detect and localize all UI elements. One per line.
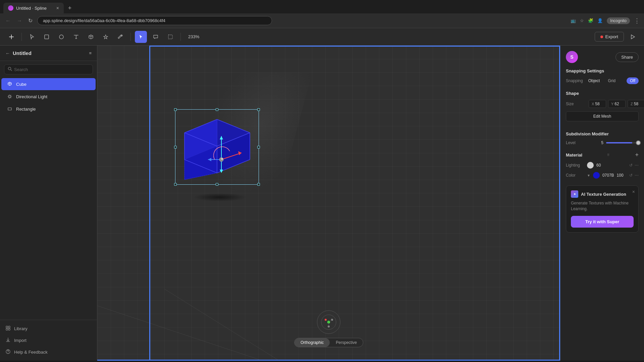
zoom-display[interactable]: 233% — [185, 33, 203, 41]
svg-point-37 — [221, 158, 223, 160]
snap-object-btn[interactable]: Object — [586, 77, 603, 84]
avatar[interactable]: S — [566, 51, 578, 63]
svg-rect-0 — [45, 35, 49, 39]
material-title-row: Material ⠿ + — [566, 152, 639, 158]
subdivision-title: Subdivision Modifier — [566, 131, 609, 136]
subdivision-slider-fill — [606, 142, 632, 143]
import-btn[interactable]: Import — [0, 335, 97, 346]
size-z-input[interactable]: Z 58 — [628, 100, 644, 108]
app: 233% Export ← Untitled ≡ — [0, 28, 644, 361]
cube-icon — [7, 81, 13, 87]
frame-tool-btn[interactable] — [164, 31, 176, 43]
scene-item-cube[interactable]: Cube — [1, 78, 96, 90]
size-x-input[interactable]: X 58 — [589, 100, 606, 108]
size-y-input[interactable]: Y 62 — [608, 100, 626, 108]
color-opacity-value[interactable]: 100 — [617, 173, 624, 178]
import-icon — [5, 337, 11, 344]
svg-marker-35 — [220, 170, 223, 173]
snapping-header: Snapping Settings — [566, 68, 639, 73]
bookmark-icon[interactable]: ☆ — [580, 18, 584, 23]
search-input[interactable] — [14, 67, 89, 72]
project-title: Untitled — [13, 50, 86, 56]
snapping-title: Snapping Settings — [566, 68, 604, 73]
sidebar-back-btn[interactable]: ← — [5, 51, 10, 56]
lighting-icons: ↺ ⋯ — [629, 163, 639, 168]
canvas-area[interactable]: Orthographic Perspective — [97, 46, 560, 361]
back-btn[interactable]: ← — [4, 16, 12, 25]
comment-tool-btn[interactable] — [150, 31, 162, 43]
scene-item-cube-label: Cube — [16, 82, 26, 87]
level-label: Level — [566, 140, 598, 145]
star-tool-btn[interactable] — [100, 31, 112, 43]
rect-tool-btn[interactable] — [41, 31, 53, 43]
pointer-tool-btn[interactable] — [135, 31, 147, 43]
color-expand-btn[interactable]: ▼ — [587, 174, 590, 177]
play-btn[interactable] — [627, 31, 639, 43]
select-tool-btn[interactable] — [26, 31, 38, 43]
edit-mesh-btn[interactable]: Edit Mesh — [566, 111, 639, 121]
circle-tool-btn[interactable] — [55, 31, 67, 43]
extensions-icon[interactable]: 🧩 — [588, 18, 593, 23]
material-add-btn[interactable]: + — [635, 152, 639, 158]
scene-item-directional-light[interactable]: Directional Light — [1, 90, 96, 103]
orbit-widget[interactable] — [317, 310, 340, 334]
ai-cta-btn[interactable]: Try it with Super — [571, 216, 634, 228]
color-hex-value[interactable]: 0707B — [602, 173, 614, 178]
transform-gizmo[interactable] — [205, 133, 252, 181]
search-bar[interactable] — [4, 64, 93, 74]
right-panel: S Share Snapping Settings Snapping Objec… — [560, 46, 644, 361]
export-label: Export — [605, 34, 618, 39]
add-btn[interactable] — [5, 31, 17, 43]
cube-tool-btn[interactable] — [85, 31, 97, 43]
lighting-swatch[interactable] — [587, 162, 594, 169]
refresh-btn[interactable]: ↻ — [27, 16, 34, 25]
subdivision-section: Subdivision Modifier Level 5 — [566, 131, 639, 145]
pen-tool-btn[interactable] — [114, 31, 126, 43]
svg-line-28 — [221, 153, 241, 160]
library-btn[interactable]: Library — [0, 323, 97, 335]
tab-bar: Untitled · Spline × + — [0, 0, 644, 13]
screen-share-icon: 📺 — [571, 18, 576, 23]
color-more-icon[interactable]: ⋯ — [635, 173, 639, 178]
user-area: S Share — [566, 51, 639, 63]
subdivision-slider-thumb[interactable] — [636, 140, 641, 145]
lighting-reset-icon[interactable]: ↺ — [629, 163, 633, 168]
tab-close-btn[interactable]: × — [56, 5, 59, 11]
svg-marker-33 — [208, 158, 211, 161]
forward-btn[interactable]: → — [15, 16, 23, 25]
new-tab-btn[interactable]: + — [65, 3, 74, 13]
sidebar-menu-btn[interactable]: ≡ — [89, 51, 92, 56]
subdivision-header: Subdivision Modifier — [566, 131, 639, 136]
perspective-btn[interactable]: Perspective — [330, 338, 363, 347]
account-icon[interactable]: 👤 — [597, 18, 603, 23]
scene-item-rectangle[interactable]: Rectangle — [1, 103, 96, 115]
browser-menu-btn[interactable]: ⋮ — [634, 17, 640, 24]
help-btn[interactable]: Help & Feedback — [0, 346, 97, 358]
svg-rect-10 — [8, 328, 10, 330]
canvas-edge-right — [559, 46, 560, 361]
canvas-edge-top — [149, 46, 560, 47]
lighting-more-icon[interactable]: ⋯ — [635, 163, 639, 168]
subdivision-slider[interactable] — [606, 142, 639, 143]
snap-toggle-btn[interactable]: Off — [627, 77, 639, 84]
text-tool-btn[interactable] — [70, 31, 82, 43]
svg-point-12 — [8, 353, 8, 353]
url-bar[interactable]: app.spline.design/file/da56a0aa-6c0b-4fe… — [37, 16, 272, 25]
ai-panel-close-btn[interactable]: × — [632, 189, 635, 194]
help-label: Help & Feedback — [14, 350, 48, 355]
toolbar-sep-2 — [130, 33, 131, 41]
export-btn[interactable]: Export — [595, 32, 624, 42]
snapping-row: Snapping Object Grid Off — [566, 77, 639, 84]
color-swatch[interactable] — [593, 172, 600, 179]
snapping-section: Snapping Settings Snapping Object Grid O… — [566, 68, 639, 84]
lighting-label: Lighting — [566, 163, 584, 168]
snap-grid-btn[interactable]: Grid — [605, 77, 618, 84]
share-btn[interactable]: Share — [615, 52, 639, 62]
lighting-row: Lighting 60 ↺ ⋯ — [566, 162, 639, 169]
orthographic-btn[interactable]: Orthographic — [294, 338, 330, 347]
ai-panel-title: AI Texture Generation — [581, 192, 626, 197]
sidebar-footer: Library Import Help & Feedback — [0, 320, 97, 361]
active-tab[interactable]: Untitled · Spline × — [3, 3, 64, 13]
incognito-badge: Incognito — [607, 17, 630, 24]
color-reset-icon[interactable]: ↺ — [629, 173, 633, 178]
